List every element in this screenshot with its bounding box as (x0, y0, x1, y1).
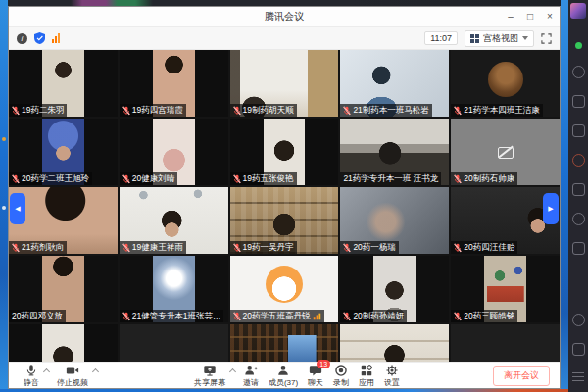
participant-name: 19药二朱羽 (22, 104, 64, 117)
video-tile[interactable] (340, 324, 449, 362)
video-tile[interactable]: 21制药本一班马松岩 (340, 50, 449, 117)
minimize-button[interactable]: – (501, 7, 520, 26)
participant-name: 20药学二班王旭玲 (22, 172, 89, 185)
video-tile[interactable]: 21健管专升本1班张芸… (120, 256, 228, 322)
participant-name: 20药四汪佳贻 (464, 241, 514, 254)
video-tile[interactable]: 20药三顾皓铭 (451, 256, 560, 322)
mic-off-icon (454, 312, 462, 321)
mic-off-icon (233, 106, 241, 116)
meeting-info-icon[interactable]: i (17, 33, 27, 44)
mic-off-icon (343, 243, 351, 253)
meeting-time: 11:07 (424, 31, 458, 45)
video-tile[interactable]: 21药学本四班王洁康 (451, 50, 560, 117)
user-avatar[interactable] (570, 3, 586, 19)
toolbar-label: 录制 (333, 378, 349, 387)
participant-name: 21药学专升本一班 汪书龙 (343, 172, 438, 185)
video-tile[interactable]: 21药学专升本一班 汪书龙 (340, 119, 449, 185)
video-tile[interactable]: 19药五张俊艳 (230, 119, 339, 185)
prev-page-button[interactable]: ◀ (10, 193, 25, 224)
participant-label: 20药四邓义放 (9, 310, 66, 322)
stop-video-button[interactable]: 停止视频 (52, 364, 101, 387)
participant-name: 19药五张俊艳 (243, 172, 294, 185)
mic-off-icon (122, 106, 130, 116)
fullscreen-icon[interactable] (541, 33, 552, 44)
mic-off-icon (343, 312, 351, 321)
participant-label: 21健管专升本1班张芸… (120, 310, 224, 322)
participant-name: 20药学五班高丹锐 (243, 310, 311, 322)
participant-label: 20药四汪佳贻 (451, 241, 517, 254)
gear-icon[interactable] (572, 213, 585, 225)
participant-label: 21药学专升本一班 汪书龙 (340, 172, 441, 185)
video-tile[interactable]: 20药学五班高丹锐 (230, 256, 339, 322)
participant-name: 19健康王祥雨 (132, 241, 183, 254)
video-tile[interactable]: 19制药胡天顺 (230, 50, 339, 117)
invite-button[interactable]: 邀请 (238, 364, 264, 387)
share-screen-button[interactable]: 共享屏幕 (189, 364, 238, 387)
video-tile[interactable]: 20制药石帅康 (451, 119, 560, 185)
participant-name: 20制药孙靖妍 (353, 310, 404, 322)
folder-icon[interactable] (572, 124, 585, 137)
meeting-toolbar: 静音停止视频共享屏幕邀请成员(37)聊天13录制应用设置离开会议 (9, 362, 560, 388)
toolbar-label: 应用 (359, 378, 374, 387)
apps-button[interactable]: 应用 (354, 364, 379, 387)
members-button[interactable]: 成员(37) (264, 364, 303, 387)
leave-meeting-button[interactable]: 离开会议 (493, 366, 550, 386)
tencent-meeting-window: 腾讯会议 – □ × i 11:07 宫格视图 19药二朱羽19药四宫瑞霞19制… (8, 6, 561, 389)
participant-label: 20药一杨瑞 (340, 241, 398, 254)
participant-name: 20药一杨瑞 (353, 241, 395, 254)
participant-name: 20健康刘晴 (132, 172, 174, 185)
video-tile[interactable] (230, 324, 339, 362)
video-tile[interactable]: 19药四宫瑞霞 (120, 50, 228, 117)
maximize-button[interactable]: □ (520, 7, 540, 26)
chevron-up-icon[interactable] (92, 368, 99, 375)
user-icon[interactable] (572, 66, 585, 78)
video-tile[interactable] (451, 324, 560, 362)
next-page-button[interactable]: ▶ (543, 193, 559, 224)
video-tile[interactable]: 19药一吴丹宇 (230, 187, 339, 254)
video-tile[interactable] (120, 324, 228, 362)
participant-name: 19药四宫瑞霞 (132, 104, 183, 117)
mic-off-icon (12, 243, 20, 253)
toolbar-label: 聊天 (308, 378, 323, 387)
stop-video-icon (66, 364, 79, 377)
monitor-icon[interactable] (572, 343, 585, 356)
tools-icon[interactable] (572, 154, 585, 167)
video-tile[interactable]: 20药一杨瑞 (340, 187, 449, 254)
participant-label: 19药一吴丹宇 (230, 241, 297, 254)
mic-off-icon (343, 106, 351, 116)
chevron-up-icon[interactable] (229, 368, 236, 375)
network-signal-icon[interactable] (52, 33, 60, 43)
participant-label: 19健康王祥雨 (120, 241, 186, 254)
share-screen-icon (203, 364, 217, 377)
mute-button[interactable]: 静音 (19, 364, 52, 387)
video-tile[interactable]: 19药二朱羽 (9, 50, 118, 117)
menu-icon[interactable] (572, 372, 584, 381)
link-icon[interactable] (572, 314, 585, 326)
layout-view-switcher[interactable]: 宫格视图 (465, 30, 534, 47)
video-tile[interactable]: 20健康刘晴 (120, 119, 228, 185)
settings-button[interactable]: 设置 (379, 364, 405, 387)
participant-label: 21制药本一班马松岩 (340, 104, 431, 117)
video-tile[interactable] (9, 324, 118, 362)
mic-off-icon (454, 243, 462, 253)
video-tile[interactable]: 19健康王祥雨 (120, 187, 228, 254)
invite-icon (244, 364, 258, 377)
security-shield-icon[interactable] (34, 32, 45, 44)
window-titlebar[interactable]: 腾讯会议 – □ × (9, 7, 560, 27)
participant-name: 19制药胡天顺 (243, 104, 294, 117)
participant-label: 20药学二班王旭玲 (9, 172, 92, 185)
record-button[interactable]: 录制 (328, 364, 354, 387)
meeting-topbar: i 11:07 宫格视图 (9, 27, 560, 50)
close-button[interactable]: × (540, 7, 560, 26)
chat-button[interactable]: 聊天13 (303, 364, 328, 387)
video-tile[interactable]: 20药四邓义放 (9, 256, 118, 322)
video-grid: 19药二朱羽19药四宫瑞霞19制药胡天顺21制药本一班马松岩21药学本四班王洁康… (9, 50, 560, 362)
video-tile[interactable]: 20药学二班王旭玲 (9, 119, 118, 185)
infinity-icon[interactable] (572, 183, 585, 196)
box-icon[interactable] (572, 95, 585, 108)
participant-label: 19制药胡天顺 (230, 104, 297, 117)
snowflake-icon[interactable] (572, 242, 585, 255)
video-tile[interactable]: 20制药孙靖妍 (340, 256, 449, 322)
chevron-up-icon[interactable] (43, 368, 50, 375)
window-title: 腾讯会议 (265, 10, 304, 24)
